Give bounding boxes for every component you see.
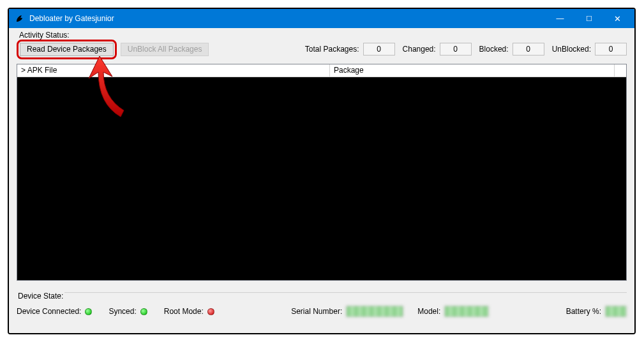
app-window: Debloater by Gatesjunior Activity Status… (8, 8, 636, 334)
blocked-label: Blocked: (479, 45, 509, 54)
blocked-value: 0 (513, 43, 544, 56)
changed-label: Changed: (403, 45, 436, 54)
battery-label: Battery %: (566, 307, 601, 316)
device-state: Device State: Device Connected: Synced: … (17, 292, 627, 328)
device-state-label: Device State: (17, 292, 64, 301)
synced-label: Synced: (109, 307, 136, 316)
column-apk-file[interactable]: > APK File (17, 64, 330, 77)
battery-value (605, 306, 627, 317)
toolbar: Read Device Packages UnBlock All Package… (17, 41, 627, 57)
unblocked-value: 0 (595, 43, 627, 56)
changed-value: 0 (440, 43, 472, 56)
model-label: Model: (417, 307, 440, 316)
maximize-button[interactable] (574, 9, 603, 28)
package-table: > APK File Package (17, 64, 627, 281)
window-title: Debloater by Gatesjunior (29, 14, 546, 23)
model-value (444, 306, 489, 317)
window-controls (546, 9, 632, 28)
root-mode-label: Root Mode: (164, 307, 204, 316)
table-body[interactable] (17, 77, 626, 280)
total-packages-value: 0 (363, 43, 395, 56)
root-mode-led (207, 308, 214, 315)
content-area: Activity Status: Read Device Packages Un… (9, 28, 634, 333)
activity-status-label: Activity Status: (18, 31, 71, 40)
minimize-button[interactable] (546, 9, 574, 28)
device-connected-led (85, 308, 92, 315)
titlebar: Debloater by Gatesjunior (9, 9, 634, 28)
device-connected-label: Device Connected: (17, 307, 81, 316)
highlight-annotation: Read Device Packages (17, 40, 117, 59)
unblocked-label: UnBlocked: (552, 45, 591, 54)
synced-led (140, 308, 147, 315)
table-header: > APK File Package (17, 64, 626, 77)
serial-number-value (346, 306, 403, 317)
read-device-packages-button[interactable]: Read Device Packages (20, 43, 114, 56)
serial-number-label: Serial Number: (291, 307, 342, 316)
total-packages-label: Total Packages: (305, 45, 359, 54)
column-spacer (615, 64, 626, 77)
close-button[interactable] (603, 9, 632, 28)
column-package[interactable]: Package (330, 64, 615, 77)
unblock-all-packages-button[interactable]: UnBlock All Packages (121, 43, 209, 56)
app-icon (14, 13, 24, 24)
